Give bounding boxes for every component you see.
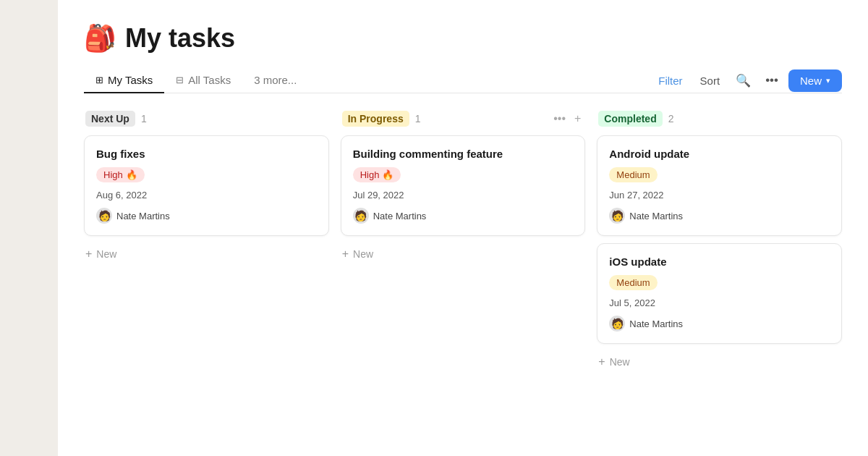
- avatar: 🧑: [609, 208, 625, 224]
- column-next-up: Next Up 1 Bug fixes High 🔥 Aug 6, 2022 🧑…: [84, 111, 329, 265]
- column-in-progress-label: In Progress: [342, 111, 409, 127]
- tabs-bar: ⊞ My Tasks ⊟ All Tasks 3 more... Filter …: [84, 68, 842, 93]
- task-assignee: 🧑 Nate Martins: [609, 316, 830, 332]
- task-date: Jun 27, 2022: [609, 190, 830, 200]
- plus-icon: +: [598, 355, 605, 368]
- priority-badge: Medium: [609, 275, 657, 290]
- column-in-progress-header: In Progress 1 ••• +: [341, 111, 586, 127]
- priority-badge: High 🔥: [353, 167, 401, 182]
- task-card-android[interactable]: Android update Medium Jun 27, 2022 🧑 Nat…: [597, 135, 842, 236]
- add-new-completed[interactable]: + New: [597, 351, 842, 373]
- add-new-label: New: [96, 248, 116, 260]
- column-next-up-label: Next Up: [85, 111, 135, 127]
- priority-badge: High 🔥: [96, 167, 145, 182]
- column-add-button[interactable]: +: [571, 111, 584, 127]
- avatar-emoji: 🧑: [354, 210, 367, 221]
- sidebar: [0, 0, 58, 456]
- priority-badge: Medium: [609, 167, 657, 182]
- column-next-up-count: 1: [141, 113, 147, 124]
- avatar-emoji: 🧑: [98, 210, 111, 221]
- my-tasks-icon: ⊞: [95, 75, 103, 85]
- add-new-label: New: [353, 248, 373, 260]
- column-completed-header: Completed 2: [597, 111, 842, 127]
- tab-my-tasks[interactable]: ⊞ My Tasks: [84, 68, 164, 93]
- tab-more[interactable]: 3 more...: [242, 68, 308, 93]
- page-header: 🎒 My tasks: [84, 23, 842, 54]
- column-completed: Completed 2 Android update Medium Jun 27…: [597, 111, 842, 373]
- task-title: Android update: [609, 148, 830, 160]
- task-date: Jul 5, 2022: [609, 297, 830, 308]
- new-button[interactable]: New ▾: [788, 69, 842, 92]
- task-assignee: 🧑 Nate Martins: [353, 208, 574, 224]
- assignee-name: Nate Martins: [629, 318, 683, 329]
- priority-icon: 🔥: [126, 169, 137, 180]
- task-date: Aug 6, 2022: [96, 190, 317, 200]
- priority-label: High: [360, 169, 380, 180]
- add-new-label: New: [610, 356, 630, 368]
- tab-all-tasks-label: All Tasks: [188, 74, 231, 86]
- task-date: Jul 29, 2022: [353, 190, 574, 200]
- task-title: Bug fixes: [96, 148, 317, 160]
- task-assignee: 🧑 Nate Martins: [96, 208, 317, 224]
- task-title: Building commenting feature: [353, 148, 574, 160]
- column-more-button[interactable]: •••: [550, 111, 569, 127]
- tab-more-label: 3 more...: [254, 74, 297, 86]
- new-button-chevron-icon: ▾: [826, 76, 830, 85]
- column-in-progress: In Progress 1 ••• + Building commenting …: [341, 111, 586, 265]
- assignee-name: Nate Martins: [629, 211, 683, 221]
- plus-icon: +: [342, 248, 349, 261]
- search-button[interactable]: 🔍: [731, 70, 755, 91]
- avatar-emoji: 🧑: [611, 210, 624, 221]
- plus-icon: +: [85, 248, 92, 261]
- tabs-left: ⊞ My Tasks ⊟ All Tasks 3 more...: [84, 68, 652, 93]
- add-new-next-up[interactable]: + New: [84, 243, 329, 265]
- column-in-progress-count: 1: [415, 113, 421, 124]
- add-new-in-progress[interactable]: + New: [341, 243, 586, 265]
- filter-button[interactable]: Filter: [652, 72, 688, 90]
- tab-all-tasks[interactable]: ⊟ All Tasks: [164, 68, 242, 93]
- column-next-up-header: Next Up 1: [84, 111, 329, 127]
- avatar: 🧑: [353, 208, 369, 224]
- task-card-bug-fixes[interactable]: Bug fixes High 🔥 Aug 6, 2022 🧑 Nate Mart…: [84, 135, 329, 236]
- assignee-name: Nate Martins: [116, 211, 170, 221]
- task-card-ios[interactable]: iOS update Medium Jul 5, 2022 🧑 Nate Mar…: [597, 243, 842, 344]
- tab-my-tasks-label: My Tasks: [108, 74, 153, 86]
- page-title: My tasks: [125, 23, 235, 54]
- avatar-emoji: 🧑: [611, 318, 624, 329]
- more-options-button[interactable]: •••: [761, 70, 783, 90]
- column-completed-label: Completed: [598, 111, 662, 127]
- avatar: 🧑: [609, 316, 625, 332]
- priority-label: Medium: [616, 277, 650, 288]
- priority-icon: 🔥: [382, 169, 393, 180]
- tabs-right: Filter Sort 🔍 ••• New ▾: [652, 69, 842, 92]
- sort-button[interactable]: Sort: [694, 72, 726, 90]
- avatar: 🧑: [96, 208, 112, 224]
- column-in-progress-actions: ••• +: [550, 111, 584, 127]
- task-card-commenting[interactable]: Building commenting feature High 🔥 Jul 2…: [341, 135, 586, 236]
- new-button-label: New: [800, 75, 822, 87]
- priority-label: Medium: [616, 169, 650, 180]
- page-icon: 🎒: [84, 23, 116, 54]
- task-assignee: 🧑 Nate Martins: [609, 208, 830, 224]
- priority-label: High: [103, 169, 123, 180]
- main-content: 🎒 My tasks ⊞ My Tasks ⊟ All Tasks 3 more…: [58, 0, 868, 456]
- column-completed-count: 2: [668, 113, 674, 124]
- assignee-name: Nate Martins: [373, 211, 427, 221]
- all-tasks-icon: ⊟: [176, 75, 184, 85]
- task-title: iOS update: [609, 256, 830, 268]
- columns-container: Next Up 1 Bug fixes High 🔥 Aug 6, 2022 🧑…: [84, 111, 842, 373]
